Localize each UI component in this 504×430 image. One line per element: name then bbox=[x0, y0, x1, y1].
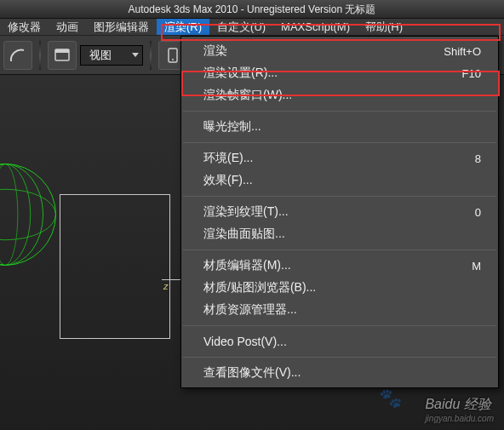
menu-item-exposure-control[interactable]: 曝光控制... bbox=[181, 116, 498, 138]
toolbar-separator bbox=[150, 41, 152, 70]
menu-item-label: 材质资源管理器... bbox=[203, 302, 297, 318]
menu-item-label: 渲染设置(R)... bbox=[203, 66, 278, 81]
menu-render[interactable]: 渲染(R) bbox=[157, 19, 209, 35]
svg-point-3 bbox=[172, 59, 174, 60]
menu-item-label: 渲染曲面贴图... bbox=[203, 226, 285, 242]
title-bar: Autodesk 3ds Max 2010 - Unregistered Ver… bbox=[0, 0, 504, 19]
paw-icon: 🐾 bbox=[379, 387, 402, 410]
axis-z-label: z bbox=[163, 281, 169, 291]
menu-animation[interactable]: 动画 bbox=[49, 19, 86, 35]
menu-maxscript[interactable]: MAXScript(M) bbox=[273, 19, 358, 35]
watermark-main: Baidu 经验 bbox=[425, 397, 490, 411]
menu-bar: 修改器 动画 图形编辑器 渲染(R) 自定义(U) MAXScript(M) 帮… bbox=[0, 19, 504, 36]
menu-item-render-frame-window[interactable]: 渲染帧窗口(W)... bbox=[181, 84, 498, 106]
render-menu: 渲染Shift+O渲染设置(R)...F10渲染帧窗口(W)...曝光控制...… bbox=[180, 36, 499, 388]
selection-rect bbox=[60, 194, 170, 339]
watermark-sub: jingyan.baidu.com bbox=[425, 414, 494, 423]
view-dropdown[interactable]: 视图 bbox=[80, 45, 143, 66]
menu-item-label: 材质编辑器(M)... bbox=[203, 258, 291, 273]
menu-help[interactable]: 帮助(H) bbox=[358, 19, 410, 35]
menu-item-label: 查看图像文件(V)... bbox=[203, 365, 301, 381]
menu-item-hotkey: 8 bbox=[475, 152, 481, 165]
menu-separator bbox=[183, 142, 496, 143]
menu-item-label: 环境(E)... bbox=[203, 151, 253, 166]
svg-rect-1 bbox=[55, 49, 69, 53]
menu-item-video-post[interactable]: Video Post(V)... bbox=[181, 330, 498, 353]
menu-item-effects[interactable]: 效果(F)... bbox=[181, 169, 498, 192]
menu-item-render-surface-map[interactable]: 渲染曲面贴图... bbox=[181, 223, 498, 245]
menu-item-label: 材质/贴图浏览器(B)... bbox=[203, 280, 316, 295]
tool-window-icon[interactable] bbox=[48, 41, 77, 70]
menu-item-hotkey: 0 bbox=[475, 206, 481, 219]
menu-item-hotkey: Shift+O bbox=[444, 45, 481, 58]
toolbar-separator bbox=[39, 41, 41, 70]
menu-separator bbox=[183, 357, 496, 358]
menu-item-label: 曝光控制... bbox=[203, 119, 261, 135]
menu-separator bbox=[183, 249, 496, 250]
menu-separator bbox=[183, 325, 496, 326]
menu-item-label: Video Post(V)... bbox=[203, 335, 287, 348]
menu-item-hotkey: M bbox=[472, 260, 481, 272]
menu-graph-editor[interactable]: 图形编辑器 bbox=[86, 19, 157, 35]
menu-item-hotkey: F10 bbox=[462, 67, 481, 80]
tool-arc-icon[interactable] bbox=[3, 41, 32, 70]
menu-customize[interactable]: 自定义(U) bbox=[209, 19, 273, 35]
menu-item-label: 渲染 bbox=[203, 43, 227, 59]
menu-item-label: 渲染帧窗口(W)... bbox=[203, 88, 292, 103]
menu-item-render-to-texture[interactable]: 渲染到纹理(T)...0 bbox=[181, 201, 498, 223]
menu-item-material-editor[interactable]: 材质编辑器(M)...M bbox=[181, 255, 498, 277]
menu-item-view-image-file[interactable]: 查看图像文件(V)... bbox=[181, 362, 498, 384]
app-title: Autodesk 3ds Max 2010 - Unregistered Ver… bbox=[129, 3, 376, 15]
menu-item-material-resource-manager[interactable]: 材质资源管理器... bbox=[181, 299, 498, 321]
menu-modifier[interactable]: 修改器 bbox=[0, 19, 49, 35]
menu-item-label: 渲染到纹理(T)... bbox=[203, 204, 289, 220]
menu-item-render-settings[interactable]: 渲染设置(R)...F10 bbox=[181, 62, 498, 84]
wireframe-sphere bbox=[0, 163, 56, 266]
menu-separator bbox=[183, 111, 496, 112]
chevron-down-icon bbox=[132, 53, 139, 57]
menu-item-label: 效果(F)... bbox=[203, 173, 253, 188]
menu-item-environment[interactable]: 环境(E)...8 bbox=[181, 147, 498, 169]
watermark: Baidu 经验 jingyan.baidu.com bbox=[425, 396, 494, 423]
view-dropdown-label: 视图 bbox=[89, 48, 112, 63]
menu-item-material-map-browser[interactable]: 材质/贴图浏览器(B)... bbox=[181, 277, 498, 299]
menu-item-render[interactable]: 渲染Shift+O bbox=[181, 40, 498, 62]
menu-separator bbox=[183, 196, 496, 197]
